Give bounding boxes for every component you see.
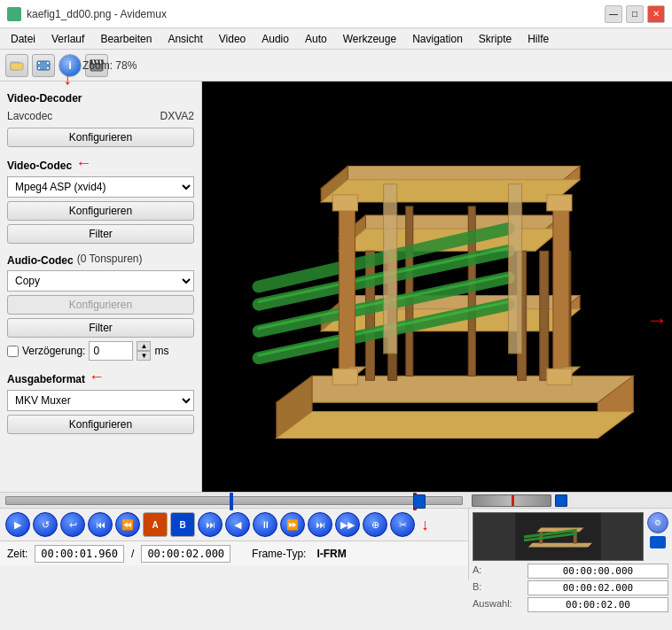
time-separator: / <box>131 548 134 560</box>
menu-ansicht[interactable]: Ansicht <box>160 31 209 47</box>
video-preview: → <box>202 82 672 492</box>
a-marker-button[interactable]: A <box>143 512 168 537</box>
audio-codec-select[interactable]: Copy <box>7 270 194 292</box>
delay-checkbox[interactable] <box>7 346 19 357</box>
menu-navigation[interactable]: Navigation <box>405 31 470 47</box>
frame-type-value: I-FRM <box>316 548 346 560</box>
video-decoder-title: Video-Decoder <box>7 92 194 105</box>
left-panel: Video-Decoder Lavcodec DXVA2 Konfigurier… <box>0 82 202 492</box>
configure-audio-button[interactable]: Konfigurieren <box>7 295 194 315</box>
decoder-value: DXVA2 <box>160 110 194 122</box>
svg-rect-1 <box>11 63 23 70</box>
frame-type-label: Frame-Typ: <box>252 548 306 560</box>
controls-and-right: ▶ ↺ ↩ ⏮ ⏪ A B ⏭ ◀ ⏸ ⏩ ⏭ ▶▶ ⊕ ✂ ↓ <box>0 509 672 580</box>
timeline-position-marker <box>230 493 233 510</box>
bottom-section: ▶ ↺ ↩ ⏮ ⏪ A B ⏭ ◀ ⏸ ⏩ ⏭ ▶▶ ⊕ ✂ ↓ <box>0 492 672 580</box>
video-codec-select[interactable]: Mpeg4 ASP (xvid4) <box>7 176 194 198</box>
svg-marker-55 <box>528 543 592 548</box>
step-next-button[interactable]: ⏩ <box>280 512 305 537</box>
fast-rewind-button[interactable]: ↩ <box>60 512 85 537</box>
b-label: B: <box>473 580 526 595</box>
right-timecode-panel: ⚙ A: 00:00:00.000 B: 00:00:02.000 Auswah… <box>468 509 672 580</box>
skip-next-button[interactable]: ⏭ <box>308 512 332 537</box>
menu-werkzeuge[interactable]: Werkzeuge <box>336 31 403 47</box>
play-button[interactable]: ▶ <box>5 512 30 537</box>
app-icon <box>7 7 21 21</box>
ausgabe-title: Ausgabeformat <box>7 373 85 385</box>
timeline-area[interactable] <box>0 493 672 509</box>
menu-skripte[interactable]: Skripte <box>472 31 519 47</box>
b-marker-button[interactable]: B <box>170 512 195 537</box>
cut-button[interactable]: ✂ <box>390 512 415 537</box>
svg-marker-13 <box>277 376 634 402</box>
format-select[interactable]: MKV Muxer <box>7 390 194 411</box>
mini-blue-indicator <box>555 494 567 507</box>
window-title: kaefig1_dd00.png - Avidemux <box>27 8 167 20</box>
info-button[interactable]: i <box>59 54 82 77</box>
copy-button[interactable]: ⊕ <box>363 512 387 537</box>
pause-button[interactable]: ⏸ <box>253 512 277 537</box>
minimize-button[interactable]: — <box>605 5 622 23</box>
menu-datei[interactable]: Datei <box>4 31 43 47</box>
delay-input[interactable] <box>89 341 133 361</box>
zeit-label: Zeit: <box>7 548 27 560</box>
svg-marker-48 <box>384 184 397 354</box>
svg-rect-6 <box>47 67 49 69</box>
menu-bearbeiten[interactable]: Bearbeiten <box>93 31 159 47</box>
rewind-button[interactable]: ↺ <box>33 512 58 537</box>
right-preview-thumb <box>473 512 644 561</box>
svg-rect-50 <box>332 195 357 211</box>
configure-codec-button[interactable]: Konfigurieren <box>7 201 194 221</box>
spin-buttons: ▲ ▼ <box>137 341 151 361</box>
menu-bar: Datei Verlauf Bearbeiten Ansicht Video A… <box>0 28 672 50</box>
skip-prev-button[interactable]: ⏮ <box>88 512 113 537</box>
title-bar: kaefig1_dd00.png - Avidemux — □ ✕ <box>0 0 672 28</box>
controls-row: ▶ ↺ ↩ ⏮ ⏪ A B ⏭ ◀ ⏸ ⏩ ⏭ ▶▶ ⊕ ✂ ↓ <box>0 509 468 541</box>
step-prev-button[interactable]: ⏪ <box>115 512 140 537</box>
menu-auto[interactable]: Auto <box>298 31 334 47</box>
close-button[interactable]: ✕ <box>647 5 665 23</box>
svg-rect-5 <box>38 67 40 69</box>
mini-settings-button[interactable]: ⚙ <box>647 512 668 533</box>
main-content: Video-Decoder Lavcodec DXVA2 Konfigurier… <box>0 82 672 492</box>
goto-start-button[interactable]: ⏭ <box>198 512 223 537</box>
delay-label: Verzögerung: <box>22 345 85 357</box>
a-value: 00:00:00.000 <box>527 564 668 579</box>
configure-format-button[interactable]: Konfigurieren <box>7 415 194 434</box>
svg-rect-51 <box>547 195 572 211</box>
timeline-right <box>468 494 672 507</box>
maximize-button[interactable]: □ <box>626 5 644 23</box>
svg-rect-33 <box>540 251 549 380</box>
spin-up-button[interactable]: ▲ <box>137 341 151 351</box>
svg-marker-49 <box>509 184 522 354</box>
goto-end-button[interactable]: ▶▶ <box>335 512 360 537</box>
menu-audio[interactable]: Audio <box>254 31 296 47</box>
menu-video[interactable]: Video <box>212 31 253 47</box>
open-button[interactable] <box>5 54 28 77</box>
svg-marker-44 <box>339 202 355 376</box>
format-dropdown-container: MKV Muxer <box>7 390 194 411</box>
menu-verlauf[interactable]: Verlauf <box>44 31 91 47</box>
film-button[interactable] <box>32 54 55 77</box>
goto-a-button[interactable]: ◀ <box>225 512 250 537</box>
b-value: 00:00:02.000 <box>527 580 668 595</box>
a-label: A: <box>473 564 526 579</box>
audio-filter-button[interactable]: Filter <box>7 318 194 338</box>
auswahl-value: 00:00:02.00 <box>527 597 668 612</box>
ausgabe-arrow: ← <box>89 368 105 386</box>
configure-decoder-button[interactable]: Konfigurieren <box>7 128 194 147</box>
video-filter-button[interactable]: Filter <box>7 224 194 244</box>
controls-red-arrow: ↓ <box>421 516 429 534</box>
spin-down-button[interactable]: ▼ <box>137 351 151 361</box>
decoder-label: Lavcodec <box>7 110 52 122</box>
time-info-bar: Zeit: 00:00:01.960 / 00:00:02.000 Frame-… <box>0 541 468 565</box>
menu-hilfe[interactable]: Hilfe <box>520 31 556 47</box>
video-codec-dropdown-container: Mpeg4 ASP (xvid4) <box>7 176 194 198</box>
audio-codec-title: Audio-Codec <box>7 254 74 267</box>
delay-row: Verzögerung: ▲ ▼ ms <box>7 341 194 361</box>
auswahl-label: Auswahl: <box>473 597 526 612</box>
video-svg <box>202 82 672 492</box>
zoom-label: Zoom: 78% <box>82 59 137 72</box>
svg-rect-3 <box>38 62 40 64</box>
current-time-value: 00:00:01.960 <box>35 545 124 563</box>
